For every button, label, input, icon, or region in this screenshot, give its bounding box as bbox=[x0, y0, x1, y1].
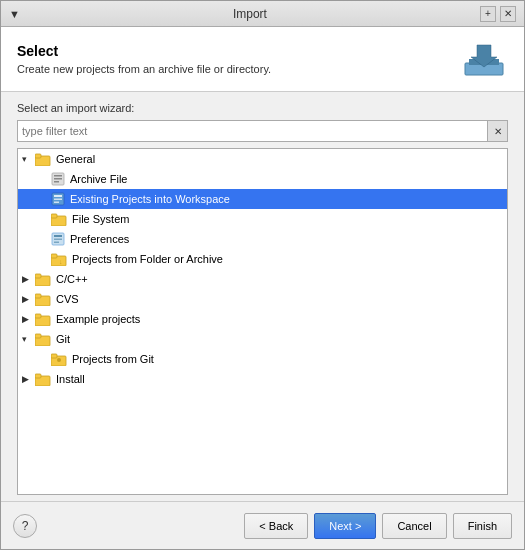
svg-rect-23 bbox=[35, 274, 41, 278]
tree-item-git[interactable]: ▾ Git bbox=[18, 329, 507, 349]
filter-row: ✕ bbox=[17, 120, 508, 142]
svg-rect-27 bbox=[35, 314, 41, 318]
close-button[interactable]: ✕ bbox=[500, 6, 516, 22]
tree-item-archive-file[interactable]: Archive File bbox=[18, 169, 507, 189]
preferences-icon bbox=[51, 232, 65, 246]
tree-item-example-projects[interactable]: ▶ Example projects bbox=[18, 309, 507, 329]
folder-icon-cvs bbox=[35, 293, 51, 306]
tree-item-install[interactable]: ▶ Install bbox=[18, 369, 507, 389]
tree-item-general[interactable]: ▾ General bbox=[18, 149, 507, 169]
folder-icon-pfa: ↓ bbox=[51, 253, 67, 266]
expand-arrow-filesystem bbox=[38, 214, 48, 224]
title-bar-controls: + ✕ bbox=[480, 6, 516, 22]
tree-item-pfa-label: Projects from Folder or Archive bbox=[72, 253, 223, 265]
svg-rect-25 bbox=[35, 294, 41, 298]
svg-rect-16 bbox=[54, 235, 62, 237]
help-button[interactable]: ? bbox=[13, 514, 37, 538]
expand-arrow-archive bbox=[38, 174, 48, 184]
content-section: Select an import wizard: ✕ ▾ General bbox=[1, 92, 524, 501]
expand-arrow-cpp: ▶ bbox=[22, 274, 32, 284]
tree-item-example-label: Example projects bbox=[56, 313, 140, 325]
minimize-button[interactable]: + bbox=[480, 6, 496, 22]
tree-item-archive-label: Archive File bbox=[70, 173, 127, 185]
tree-item-install-label: Install bbox=[56, 373, 85, 385]
tree-item-file-system[interactable]: File System bbox=[18, 209, 507, 229]
svg-rect-10 bbox=[54, 195, 62, 197]
tree-item-preferences-label: Preferences bbox=[70, 233, 129, 245]
tree-item-preferences[interactable]: Preferences bbox=[18, 229, 507, 249]
import-icon bbox=[463, 41, 505, 77]
svg-rect-14 bbox=[51, 214, 57, 218]
svg-rect-17 bbox=[54, 239, 62, 241]
svg-rect-18 bbox=[54, 242, 59, 244]
svg-point-32 bbox=[57, 358, 61, 362]
expand-arrow-pfa bbox=[38, 254, 48, 264]
tree-item-cvs-label: CVS bbox=[56, 293, 79, 305]
svg-text:↓: ↓ bbox=[59, 258, 63, 265]
footer-section: ? < Back Next > Cancel Finish bbox=[1, 501, 524, 549]
import-dialog: ▼ Import + ✕ Select Create new projects … bbox=[0, 0, 525, 550]
folder-icon-general bbox=[35, 153, 51, 166]
folder-icon-example bbox=[35, 313, 51, 326]
tree-item-filesystem-label: File System bbox=[72, 213, 129, 225]
tree-item-pgit-label: Projects from Git bbox=[72, 353, 154, 365]
footer-left: ? bbox=[13, 514, 37, 538]
title-bar-left: ▼ bbox=[9, 8, 20, 20]
tree-item-projects-git[interactable]: Projects from Git bbox=[18, 349, 507, 369]
clear-icon: ✕ bbox=[494, 126, 502, 137]
folder-icon-filesystem bbox=[51, 213, 67, 226]
folder-icon-pgit bbox=[51, 353, 67, 366]
tree-item-cvs[interactable]: ▶ CVS bbox=[18, 289, 507, 309]
title-bar: ▼ Import + ✕ bbox=[1, 1, 524, 27]
expand-arrow-cvs: ▶ bbox=[22, 294, 32, 304]
expand-arrow-example: ▶ bbox=[22, 314, 32, 324]
tree-item-cpp[interactable]: ▶ C/C++ bbox=[18, 269, 507, 289]
cancel-button[interactable]: Cancel bbox=[382, 513, 446, 539]
help-icon: ? bbox=[22, 519, 29, 533]
svg-rect-34 bbox=[35, 374, 41, 378]
header-icon bbox=[460, 39, 508, 79]
existing-projects-icon bbox=[51, 192, 65, 206]
svg-rect-7 bbox=[54, 178, 62, 180]
finish-button[interactable]: Finish bbox=[453, 513, 512, 539]
expand-arrow-general: ▾ bbox=[22, 154, 32, 164]
filter-clear-button[interactable]: ✕ bbox=[487, 121, 507, 141]
window-title: Import bbox=[20, 7, 480, 21]
window-menu[interactable]: ▼ bbox=[9, 8, 20, 20]
tree-item-existing-projects[interactable]: Existing Projects into Workspace bbox=[18, 189, 507, 209]
tree-item-general-label: General bbox=[56, 153, 95, 165]
tree-item-git-label: Git bbox=[56, 333, 70, 345]
svg-rect-20 bbox=[51, 254, 57, 258]
page-title: Select bbox=[17, 43, 271, 59]
svg-rect-29 bbox=[35, 334, 41, 338]
archive-file-icon bbox=[51, 172, 65, 186]
wizard-label: Select an import wizard: bbox=[17, 102, 508, 114]
expand-arrow-git: ▾ bbox=[22, 334, 32, 344]
expand-arrow-pgit bbox=[38, 354, 48, 364]
svg-rect-11 bbox=[54, 199, 62, 201]
expand-arrow-install: ▶ bbox=[22, 374, 32, 384]
folder-icon-cpp bbox=[35, 273, 51, 286]
expand-arrow-existing bbox=[38, 194, 48, 204]
expand-arrow-prefs bbox=[38, 234, 48, 244]
svg-rect-31 bbox=[51, 354, 57, 358]
back-button[interactable]: < Back bbox=[244, 513, 308, 539]
header-text: Select Create new projects from an archi… bbox=[17, 43, 271, 75]
tree-container[interactable]: ▾ General bbox=[17, 148, 508, 495]
svg-rect-4 bbox=[35, 154, 41, 158]
tree-item-cpp-label: C/C++ bbox=[56, 273, 88, 285]
folder-icon-install bbox=[35, 373, 51, 386]
folder-icon-git bbox=[35, 333, 51, 346]
filter-input[interactable] bbox=[18, 121, 487, 141]
svg-rect-6 bbox=[54, 175, 62, 177]
tree-item-existing-projects-label: Existing Projects into Workspace bbox=[70, 193, 230, 205]
tree-item-projects-folder[interactable]: ↓ Projects from Folder or Archive bbox=[18, 249, 507, 269]
header-section: Select Create new projects from an archi… bbox=[1, 27, 524, 92]
svg-rect-8 bbox=[54, 181, 59, 183]
footer-right: < Back Next > Cancel Finish bbox=[244, 513, 512, 539]
svg-rect-12 bbox=[54, 202, 59, 204]
next-button[interactable]: Next > bbox=[314, 513, 376, 539]
page-description: Create new projects from an archive file… bbox=[17, 63, 271, 75]
